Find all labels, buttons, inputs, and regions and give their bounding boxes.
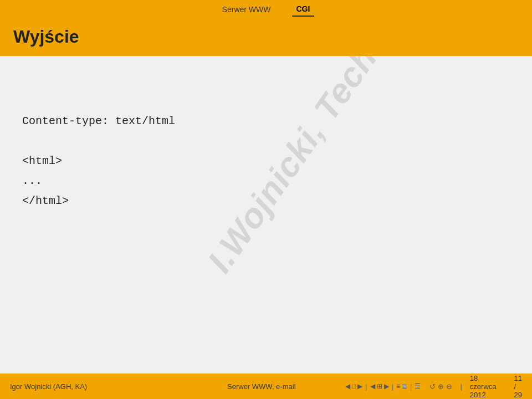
code-line-3: <html>: [22, 151, 510, 171]
footer-date: 18 czerwca 2012: [470, 374, 497, 399]
nav-list1-icon[interactable]: ≡: [396, 382, 400, 390]
footer-author: Igor Wojnicki (AGH, KA): [0, 382, 178, 391]
footer: Igor Wojnicki (AGH, KA) Serwer WWW, e-ma…: [0, 374, 532, 399]
nav-square-icon[interactable]: □: [352, 382, 356, 390]
footer-title: Serwer WWW, e-mail: [178, 382, 346, 391]
nav-list2-icon[interactable]: ≣: [402, 382, 407, 390]
footer-controls: ↺ ⊕ ⊖: [429, 382, 452, 391]
ctrl-zoomout-icon[interactable]: ⊖: [446, 382, 452, 391]
ctrl-zoom-icon[interactable]: ⊕: [438, 382, 444, 391]
footer-nav-icons: ◀ □ ▶ | ◀ ⊞ ▶ | ≡ ≣ | ☰: [345, 382, 421, 391]
code-line-1: Content-type: text/html: [22, 111, 510, 131]
nav-circle-icon[interactable]: ⊞: [377, 382, 382, 390]
code-block: Content-type: text/html <html> ... </htm…: [22, 111, 510, 211]
footer-right-section: ◀ □ ▶ | ◀ ⊞ ▶ | ≡ ≣ | ☰ ↺ ⊕ ⊖ | 18 czerw…: [345, 374, 532, 399]
nav-next-icon[interactable]: ▶: [357, 382, 362, 390]
nav-item-cgi[interactable]: CGI: [292, 2, 315, 17]
ctrl-loop-icon[interactable]: ↺: [429, 382, 436, 391]
nav-menu-icon[interactable]: ☰: [415, 382, 421, 390]
nav-prev-icon[interactable]: ◀: [345, 382, 350, 390]
nav-next2-icon[interactable]: ▶: [384, 382, 389, 390]
title-bar: Wyjście: [0, 19, 532, 56]
top-navigation: Serwer WWW CGI: [0, 0, 532, 19]
code-line-4: ...: [22, 171, 510, 191]
nav-prev2-icon[interactable]: ◀: [370, 382, 375, 390]
main-content: I.Wojnicki, Tech.Inter. Content-type: te…: [0, 56, 532, 374]
nav-item-serwer[interactable]: Serwer WWW: [218, 3, 275, 16]
footer-page: 11 / 29: [514, 374, 522, 399]
page-title: Wyjście: [13, 27, 519, 47]
code-line-5: </html>: [22, 191, 510, 211]
code-line-2: [22, 131, 510, 151]
